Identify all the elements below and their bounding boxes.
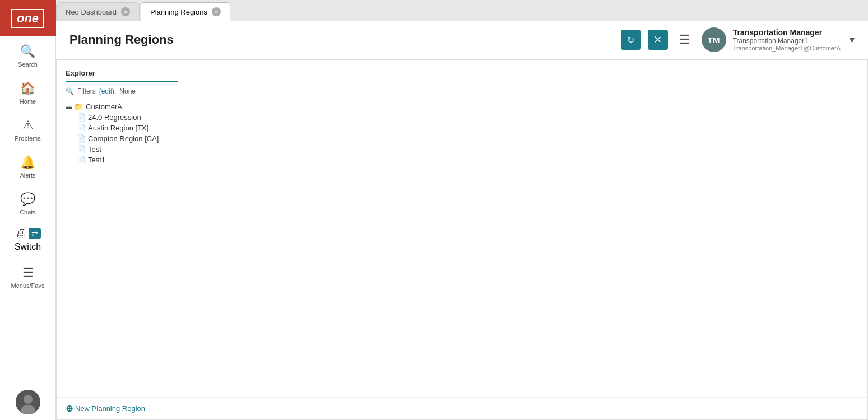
tree-item-label-4: Test1 [88, 156, 105, 164]
sidebar-nav: 🔍 Search 🏠 Home ⚠ Problems 🔔 Alerts 💬 Ch… [0, 36, 55, 390]
doc-icon-2: 📄 [77, 134, 86, 143]
svg-point-1 [24, 395, 33, 404]
tab-planning-regions-close[interactable]: ✕ [212, 7, 221, 16]
filter-row: 🔍 Filters (edit): None [66, 87, 858, 95]
chat-icon: 💬 [20, 192, 35, 207]
page-header: Planning Regions ↻ ✕ ☰ TM Transportation… [56, 21, 868, 59]
switch-icons: 🖨 ⇄ [15, 227, 41, 240]
sidebar-label-switch: Switch [15, 242, 41, 252]
plus-icon: ⊕ [66, 403, 73, 414]
tab-neo-dashboard-label: Neo Dashboard [66, 8, 117, 16]
refresh-icon: ↻ [627, 35, 634, 45]
tree-item-label-2: Compton Region [CA] [88, 134, 159, 143]
printer-icon: 🖨 [15, 227, 26, 240]
new-planning-region-link[interactable]: ⊕ New Planning Region [66, 403, 858, 414]
search-icon: 🔍 [20, 44, 35, 59]
sidebar-label-alerts: Alerts [20, 172, 35, 179]
filter-search-icon: 🔍 [66, 87, 74, 95]
tree-item-label-1: Austin Region [TX] [88, 124, 148, 132]
doc-icon-1: 📄 [77, 124, 86, 132]
tree-item-2[interactable]: 📄 Compton Region [CA] [77, 133, 858, 144]
user-avatar-button[interactable]: TM [702, 27, 726, 52]
filter-edit-link[interactable]: (edit): [99, 87, 117, 95]
doc-icon-3: 📄 [77, 145, 86, 153]
sidebar-label-chats: Chats [20, 209, 36, 216]
sidebar-item-menus[interactable]: ☰ Menus/Favs [0, 258, 55, 295]
tree-root: ▬ 📁 CustomerA 📄 24.0 Regression 📄 Austin… [66, 101, 858, 165]
folder-icon: 📁 [74, 102, 83, 111]
close-icon: ✕ [653, 34, 662, 46]
home-icon: 🏠 [20, 81, 35, 96]
doc-icon-0: 📄 [77, 113, 86, 122]
new-link-label: New Planning Region [75, 404, 145, 413]
tree-item-0[interactable]: 📄 24.0 Regression [77, 112, 858, 123]
switch-arrows-icon: ⇄ [29, 228, 41, 239]
user-role: Transportation Manager1 [733, 37, 841, 45]
sidebar-avatar[interactable] [16, 390, 40, 414]
warning-icon: ⚠ [22, 118, 34, 133]
user-email: Transportation_Manager1@CustomerA [733, 45, 841, 52]
tree-item-1[interactable]: 📄 Austin Region [TX] [77, 123, 858, 133]
panel-footer: ⊕ New Planning Region [57, 397, 867, 419]
tab-neo-dashboard-close[interactable]: ✕ [121, 7, 130, 16]
hamburger-icon: ☰ [679, 32, 690, 46]
user-info: Transportation Manager Transportation Ma… [733, 28, 841, 52]
sidebar-item-switch[interactable]: 🖨 ⇄ Switch [0, 221, 55, 258]
content-area: Explorer 🔍 Filters (edit): None ▬ 📁 Cust… [56, 59, 868, 420]
logo-text: one [11, 9, 44, 28]
filter-label: Filters [77, 87, 96, 95]
close-button[interactable]: ✕ [648, 30, 668, 50]
sidebar-item-search[interactable]: 🔍 Search [0, 36, 55, 73]
refresh-button[interactable]: ↻ [621, 30, 641, 50]
tree-item-label-0: 24.0 Regression [88, 113, 141, 122]
sidebar-item-problems[interactable]: ⚠ Problems [0, 110, 55, 147]
header-actions: ↻ ✕ ☰ TM Transportation Manager Transpor… [621, 27, 855, 52]
tab-bar: Neo Dashboard ✕ Planning Regions ✕ [56, 0, 868, 21]
sidebar-item-alerts[interactable]: 🔔 Alerts [0, 147, 55, 184]
tree-item-label-3: Test [88, 145, 101, 153]
sidebar-label-search: Search [18, 61, 38, 68]
tab-neo-dashboard[interactable]: Neo Dashboard ✕ [56, 2, 140, 21]
tab-planning-regions-label: Planning Regions [150, 8, 207, 16]
doc-icon-4: 📄 [77, 156, 86, 164]
sidebar-bottom [0, 390, 55, 420]
sidebar: one 🔍 Search 🏠 Home ⚠ Problems 🔔 Alerts … [0, 0, 56, 420]
user-initials: TM [708, 35, 720, 45]
sidebar-item-chats[interactable]: 💬 Chats [0, 184, 55, 221]
page-title: Planning Regions [69, 32, 174, 47]
explorer-panel: Explorer 🔍 Filters (edit): None ▬ 📁 Cust… [57, 60, 867, 397]
tree-root-label: CustomerA [86, 102, 122, 111]
explorer-title: Explorer [66, 69, 178, 82]
sidebar-item-home[interactable]: 🏠 Home [0, 73, 55, 110]
sidebar-label-problems: Problems [15, 135, 40, 142]
filter-value: None [119, 87, 136, 95]
tab-planning-regions[interactable]: Planning Regions ✕ [141, 2, 230, 21]
sidebar-label-home: Home [20, 98, 36, 105]
tree-root-row[interactable]: ▬ 📁 CustomerA [66, 101, 858, 112]
sidebar-label-menus: Menus/Favs [11, 282, 45, 289]
main-area: Neo Dashboard ✕ Planning Regions ✕ Plann… [56, 0, 868, 420]
tree-children: 📄 24.0 Regression 📄 Austin Region [TX] 📄… [66, 112, 858, 165]
app-logo[interactable]: one [0, 0, 56, 36]
bell-icon: 🔔 [20, 155, 35, 170]
tree-item-4[interactable]: 📄 Test1 [77, 155, 858, 165]
hamburger-menu-button[interactable]: ☰ [675, 30, 695, 49]
menu-icon: ☰ [22, 265, 34, 280]
user-dropdown-chevron[interactable]: ▾ [850, 34, 855, 46]
tree-collapse-icon[interactable]: ▬ [66, 103, 72, 110]
user-name: Transportation Manager [733, 28, 841, 37]
tree-item-3[interactable]: 📄 Test [77, 144, 858, 155]
